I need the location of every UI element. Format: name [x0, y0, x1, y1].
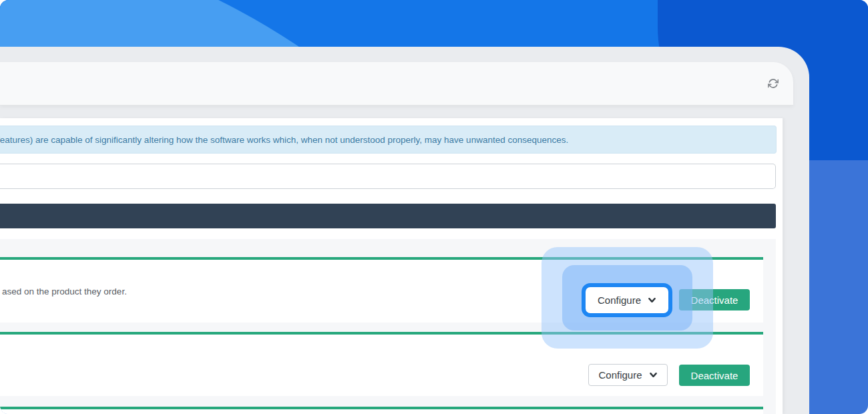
module-row — [0, 409, 763, 414]
toolbar — [0, 62, 793, 105]
content-panel: features) are capable of significantly a… — [0, 118, 783, 414]
configure-button[interactable]: Configure — [588, 364, 668, 386]
chevron-down-icon — [649, 371, 658, 379]
configure-button-label: Configure — [598, 369, 642, 381]
refresh-button[interactable] — [763, 73, 784, 94]
window-card: features) are capable of significantly a… — [0, 47, 809, 414]
configure-button[interactable]: Configure — [582, 283, 672, 317]
module-description: ased on the product they order. — [2, 286, 127, 296]
refresh-icon — [768, 78, 779, 89]
info-banner-text: features) are capable of significantly a… — [0, 135, 568, 145]
table-header-bar — [0, 204, 776, 228]
chevron-down-icon — [648, 296, 656, 304]
search-input[interactable] — [0, 164, 776, 189]
deactivate-button[interactable]: Deactivate — [679, 365, 750, 386]
screenshot-frame: features) are capable of significantly a… — [0, 0, 868, 414]
configure-button-label: Configure — [598, 294, 641, 306]
info-banner: features) are capable of significantly a… — [0, 126, 777, 154]
